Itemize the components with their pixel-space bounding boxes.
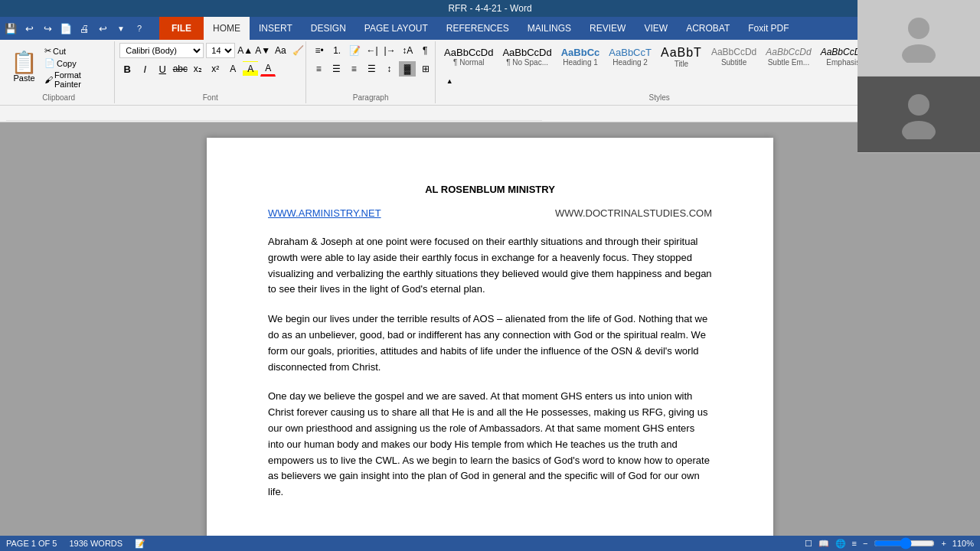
change-case-button[interactable]: Aa <box>273 43 288 58</box>
paste-button[interactable]: 📋 Paste <box>8 51 41 84</box>
svg-rect-0 <box>6 107 542 121</box>
bold-button[interactable]: B <box>119 61 135 77</box>
paste-label: Paste <box>13 73 34 83</box>
view-full-reading-icon[interactable]: 📖 <box>818 539 829 549</box>
style-subtitle[interactable]: AaBbCcDd Subtitle <box>707 44 760 68</box>
numbering-button[interactable]: 1. <box>329 43 345 58</box>
tab-home[interactable]: HOME <box>204 17 250 40</box>
style-no-spacing[interactable]: AaBbCcDd ¶ No Spac... <box>498 44 555 70</box>
clipboard-group-label: Clipboard <box>8 92 109 102</box>
tab-mailings[interactable]: MAILINGS <box>518 17 580 40</box>
font-size-select[interactable]: 14 89101112 14161820 <box>206 43 235 58</box>
document-title: AL ROSENBLUM MINISTRY <box>268 184 712 195</box>
window-title: RFR - 4-4-21 - Word <box>448 3 531 14</box>
text-effects-button[interactable]: A <box>225 61 240 77</box>
styles-scroll-up[interactable]: ▲ <box>442 73 457 89</box>
bullets-button[interactable]: ≡• <box>312 43 327 58</box>
style-no-spacing-label: ¶ No Spac... <box>506 58 548 67</box>
style-heading2-preview: AaBbCcT <box>609 47 652 59</box>
show-paragraph-button[interactable]: ¶ <box>417 43 433 58</box>
print-icon[interactable]: 🖨 <box>77 21 92 36</box>
underline-button[interactable]: U <box>155 61 170 77</box>
zoom-out-button[interactable]: − <box>863 539 867 548</box>
decrease-font-size-button[interactable]: A▼ <box>255 43 270 58</box>
copy-button[interactable]: 📄 Copy <box>42 57 109 69</box>
font-group-label: Font <box>119 92 301 102</box>
style-no-spacing-preview: AaBbCcDd <box>502 47 551 59</box>
zoom-slider[interactable] <box>874 537 935 549</box>
file-tab[interactable]: FILE <box>159 17 204 40</box>
format-painter-button[interactable]: 🖌 Format Painter <box>42 70 109 90</box>
tab-view[interactable]: VIEW <box>635 17 677 40</box>
view-print-layout-icon[interactable]: ☐ <box>805 539 812 549</box>
styles-list: AaBbCcDd ¶ Normal AaBbCcDd ¶ No Spac... … <box>440 43 878 92</box>
tab-foxit[interactable]: Foxit PDF <box>739 17 798 40</box>
undo-icon[interactable]: ↩ <box>21 21 37 36</box>
font-name-select[interactable]: Calibri (Body) <box>119 43 204 58</box>
new-doc-icon[interactable]: 📄 <box>58 21 74 36</box>
profile-area <box>858 0 980 153</box>
view-outline-icon[interactable]: ≡ <box>852 539 857 548</box>
ruler-svg: // rendered via SVG inline <box>6 107 542 121</box>
italic-button[interactable]: I <box>137 61 152 77</box>
styles-group: AaBbCcDd ¶ Normal AaBbCcDd ¶ No Spac... … <box>436 41 884 103</box>
zoom-level: 110% <box>952 539 974 548</box>
tab-references[interactable]: REFERENCES <box>437 17 518 40</box>
clipboard-small-btns: ✂ Cut 📄 Copy 🖌 Format Painter <box>42 45 109 90</box>
increase-font-size-button[interactable]: A▲ <box>237 43 253 58</box>
paragraph-controls: ≡• 1. 📝 ←| |→ ↕A ¶ ≡ ☰ ≡ ☰ ↕ ▓ ⊞ <box>311 43 433 92</box>
style-subtle-emphasis-label: Subtle Em... <box>768 58 809 67</box>
language-indicator: 📝 <box>135 539 145 549</box>
font-color-button[interactable]: A <box>260 61 276 77</box>
style-heading1[interactable]: AaBbCc Heading 1 <box>557 44 604 70</box>
increase-indent-button[interactable]: |→ <box>382 43 397 58</box>
tab-design[interactable]: DESIGN <box>302 17 355 40</box>
decrease-indent-button[interactable]: ←| <box>364 43 380 58</box>
save-icon[interactable]: 💾 <box>3 21 18 36</box>
clipboard-group: 📋 Paste ✂ Cut 📄 Copy 🖌 Format Painter Cl… <box>3 41 115 103</box>
shading-button[interactable]: ▓ <box>399 61 416 77</box>
line-spacing-button[interactable]: ↕ <box>381 61 397 77</box>
style-heading1-label: Heading 1 <box>563 58 598 67</box>
redo-icon[interactable]: ↪ <box>40 21 55 36</box>
status-bar: PAGE 1 OF 5 1936 WORDS 📝 ☐ 📖 🌐 ≡ − + 110… <box>0 536 980 551</box>
style-heading2[interactable]: AaBbCcT Heading 2 <box>605 44 655 70</box>
zoom-in-button[interactable]: + <box>941 539 946 548</box>
text-highlight-button[interactable]: A <box>243 61 258 77</box>
sort-button[interactable]: ↕A <box>400 43 415 58</box>
paste-icon: 📋 <box>11 52 38 73</box>
ruler: // rendered via SVG inline <box>0 106 980 122</box>
customize-icon[interactable]: ▼ <box>113 21 129 36</box>
font-format-row: B I U abc x₂ x² A A A <box>119 61 276 77</box>
quick-undo-icon[interactable]: ↩ <box>95 21 110 36</box>
paragraph-row1: ≡• 1. 📝 ←| |→ ↕A ¶ <box>312 43 433 58</box>
font-group: Calibri (Body) 14 89101112 14161820 A▲ A… <box>115 41 306 103</box>
justify-button[interactable]: ☰ <box>364 61 379 77</box>
tab-review[interactable]: REVIEW <box>580 17 635 40</box>
align-right-button[interactable]: ≡ <box>346 61 361 77</box>
link-doctrinal: WWW.DOCTRINALSTUDIES.COM <box>555 207 712 219</box>
multilevel-list-button[interactable]: 📝 <box>347 43 362 58</box>
profile-pic-1 <box>858 0 980 77</box>
status-right: ☐ 📖 🌐 ≡ − + 110% <box>805 537 974 549</box>
strikethrough-button[interactable]: abc <box>172 61 188 77</box>
link-arministry[interactable]: WWW.ARMINISTRY.NET <box>268 207 381 219</box>
align-center-button[interactable]: ☰ <box>328 61 344 77</box>
cut-button[interactable]: ✂ Cut <box>42 45 109 57</box>
style-title[interactable]: AaBbT Title <box>657 43 706 70</box>
style-subtle-emphasis[interactable]: AaBbCcDd Subtle Em... <box>762 44 815 68</box>
tab-insert[interactable]: INSERT <box>250 17 302 40</box>
help-icon[interactable]: ? <box>132 21 147 36</box>
superscript-button[interactable]: x² <box>207 61 223 77</box>
document-page: AL ROSENBLUM MINISTRY WWW.ARMINISTRY.NET… <box>207 138 773 536</box>
tab-page-layout[interactable]: PAGE LAYOUT <box>355 17 437 40</box>
subscript-button[interactable]: x₂ <box>190 61 205 77</box>
borders-button[interactable]: ⊞ <box>418 61 433 77</box>
ribbon: 📋 Paste ✂ Cut 📄 Copy 🖌 Format Painter Cl… <box>0 40 980 106</box>
style-normal[interactable]: AaBbCcDd ¶ Normal <box>440 44 497 70</box>
clear-formatting-button[interactable]: 🧹 <box>290 43 305 58</box>
tab-acrobat[interactable]: ACROBAT <box>677 17 739 40</box>
quick-access-toolbar: 💾 ↩ ↪ 📄 🖨 ↩ ▼ ? <box>0 17 159 40</box>
align-left-button[interactable]: ≡ <box>311 61 326 77</box>
view-web-layout-icon[interactable]: 🌐 <box>835 539 846 549</box>
